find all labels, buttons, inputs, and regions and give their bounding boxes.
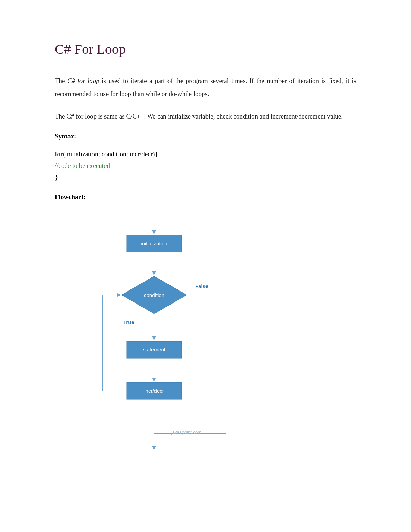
syntax-label: Syntax: — [55, 133, 356, 140]
document-page: C# For Loop The C# for loop is used to i… — [0, 0, 411, 468]
paragraph-2: The C# for loop is same as C/C++. We can… — [55, 110, 356, 123]
flowchart-label: Flowchart: — [55, 193, 356, 201]
paragraph-1: The C# for loop is used to iterate a par… — [55, 74, 356, 100]
para1-text-c: is used to iterate a part of the program… — [55, 77, 356, 97]
code-comment: //code to be executed — [55, 160, 356, 172]
para1-emphasis: C# for loop — [67, 77, 99, 84]
node-initialization-label: initialization — [141, 240, 167, 246]
page-title: C# For Loop — [55, 41, 356, 57]
keyword-for: for — [55, 150, 63, 158]
node-statement-label: statement — [143, 347, 166, 352]
code-signature: (initialization; condition; incr/decr){ — [63, 150, 158, 158]
edge-incr-cond — [103, 295, 127, 391]
edge-label-true: True — [123, 319, 134, 325]
code-block: for(initialization; condition; incr/decr… — [55, 148, 356, 184]
node-incr-label: incr/decr — [144, 388, 164, 394]
para1-text-a: The — [55, 77, 67, 84]
flowchart-diagram: initialization condition False True stat… — [86, 214, 264, 454]
code-close: } — [55, 172, 356, 183]
node-condition-label: condition — [144, 292, 164, 298]
flowchart-credit: javaTpoint.com — [171, 430, 201, 435]
edge-label-false: False — [195, 283, 208, 289]
edge-cond-exit — [154, 295, 226, 450]
code-line-1: for(initialization; condition; incr/decr… — [55, 148, 356, 160]
